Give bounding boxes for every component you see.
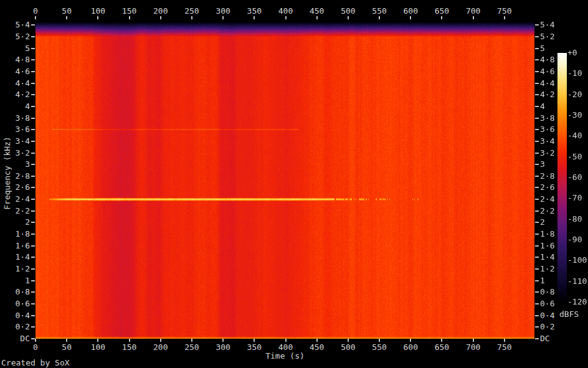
spectrogram-canvas [36,19,534,339]
time-tick-label-top: 200 [146,6,176,16]
freq-tick-left [31,118,35,119]
freq-tick-label-right: 0·8 [540,287,566,296]
time-tick-top [254,16,255,19]
time-tick-label-top: 150 [115,6,145,16]
freq-tick-label-right: 1·6 [540,241,566,250]
time-tick-top [285,16,287,19]
freq-tick-label-left: 1·4 [4,252,30,262]
time-tick-label-bottom: 100 [83,342,113,352]
time-tick-top [348,16,349,19]
freq-tick-left [31,106,35,107]
colorbar-tick-label: -80 [567,214,588,224]
colorbar-title: dBFS [559,309,579,319]
freq-tick-left [31,245,35,247]
freq-tick-label-right: 4·8 [540,55,566,64]
freq-tick-left [31,280,35,281]
freq-tick-left [31,187,35,188]
time-tick-bottom [348,339,349,342]
freq-tick-label-right: 1 [540,276,566,285]
time-tick-bottom [473,339,474,342]
freq-tick-label-right: 4 [540,101,566,111]
time-tick-label-top: 250 [177,6,207,16]
freq-tick-right [535,187,539,188]
freq-tick-label-left: DC [4,334,30,343]
freq-tick-label-left: 4·8 [4,55,30,64]
freq-tick-left [31,94,35,95]
freq-tick-label-left: 4·6 [4,67,30,76]
time-tick-bottom [441,339,442,342]
colorbar-tick-label: -100 [567,255,588,265]
freq-tick-right [535,222,539,223]
freq-tick-left [31,48,35,49]
freq-tick-right [535,94,539,95]
time-tick-label-bottom: 300 [208,342,238,352]
freq-tick-label-right: 1·4 [540,252,566,262]
freq-tick-left [31,326,35,328]
colorbar-tick-label: -60 [567,172,588,182]
freq-tick-label-left: 3·6 [4,125,30,134]
freq-tick-label-right: 3·6 [540,125,566,134]
time-tick-label-top: 350 [239,6,269,16]
freq-tick-label-right: 2 [540,217,566,227]
freq-tick-label-right: DC [540,334,566,343]
freq-tick-label-right: 5·2 [540,32,566,41]
freq-tick-label-right: 2·4 [540,194,566,204]
freq-tick-label-right: 0·6 [540,299,566,308]
freq-tick-left [31,153,35,154]
freq-tick-label-right: 2·8 [540,171,566,181]
freq-tick-label-left: 0·8 [4,287,30,296]
freq-tick-right [535,280,539,281]
freq-tick-right [535,71,539,72]
time-tick-label-bottom: 500 [333,342,363,352]
colorbar-tick-label: +0 [567,48,588,57]
time-tick-top [129,16,130,19]
freq-tick-left [31,71,35,72]
freq-tick-label-right: 2·6 [540,182,566,192]
freq-tick-label-left: 5·2 [4,32,30,41]
time-tick-label-top: 650 [427,6,457,16]
freq-tick-label-right: 1·2 [540,264,566,273]
freq-tick-left [31,222,35,223]
freq-tick-label-right: 3·2 [540,148,566,158]
freq-tick-label-left: 3·8 [4,113,30,123]
freq-tick-left [31,268,35,270]
freq-tick-left [31,24,35,26]
time-tick-top [160,16,161,19]
colorbar-tick-label: -70 [567,193,588,202]
freq-tick-left [31,176,35,177]
freq-tick-label-left: 5·4 [4,20,30,29]
time-tick-label-bottom: 700 [458,342,488,352]
colorbar-tick-label: -120 [567,297,588,306]
freq-tick-left [31,141,35,142]
spectrogram-page: 0050501001001501502002002502503003003503… [0,0,588,368]
freq-tick-label-left: 1 [4,276,30,285]
time-tick-bottom [222,339,224,342]
freq-tick-label-right: 4·2 [540,90,566,99]
freq-tick-label-right: 0·2 [540,322,566,331]
freq-tick-label-right: 5·4 [540,20,566,29]
freq-tick-right [535,210,539,212]
colorbar-tick-label: -50 [567,152,588,161]
time-tick-top [316,16,318,19]
time-tick-label-bottom: 600 [396,342,425,352]
attribution-text: Created by SoX [1,358,70,367]
time-tick-bottom [504,339,505,342]
freq-tick-left [31,83,35,84]
time-tick-bottom [191,339,192,342]
freq-tick-left [31,257,35,258]
freq-tick-left [31,315,35,316]
time-tick-bottom [97,339,98,342]
freq-tick-right [535,129,539,130]
freq-tick-left [31,338,35,339]
time-tick-bottom [66,339,67,342]
colorbar-tick-label: -110 [567,276,588,286]
time-tick-bottom [254,339,255,342]
time-tick-label-top: 550 [364,6,394,16]
freq-tick-label-right: 3·8 [540,113,566,123]
freq-tick-label-right: 3·4 [540,136,566,146]
freq-tick-label-left: 5 [4,44,30,53]
time-tick-bottom [316,339,318,342]
time-tick-label-top: 450 [302,6,332,16]
freq-tick-label-left: 4·2 [4,90,30,99]
time-tick-label-bottom: 550 [364,342,394,352]
